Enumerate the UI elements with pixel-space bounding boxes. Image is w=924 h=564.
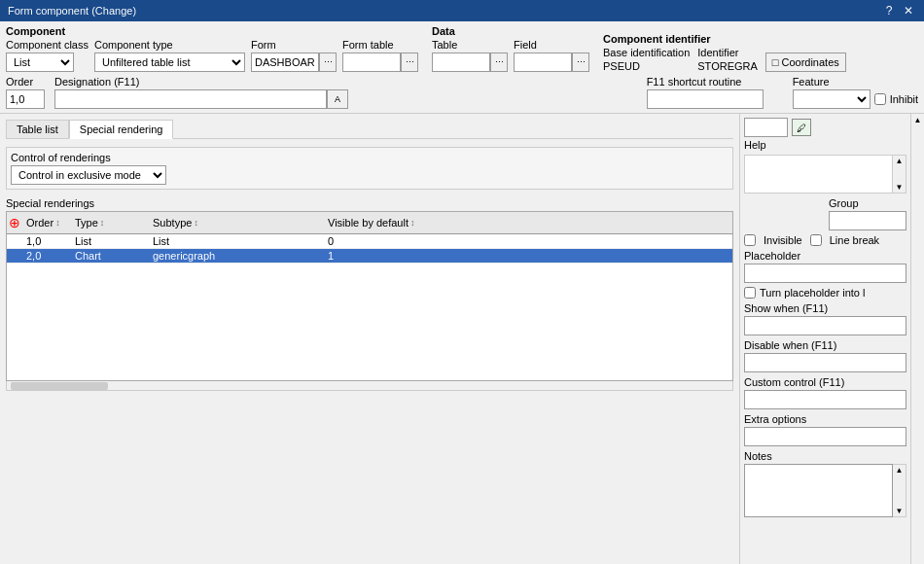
notes-label: Notes xyxy=(744,450,906,462)
extra-options-label: Extra options xyxy=(744,413,906,425)
custom-control-input[interactable] xyxy=(744,390,906,409)
table-header: ⊕ Order ↕ Type ↕ Subtype ↕ V xyxy=(7,212,732,234)
coordinates-icon: □ xyxy=(772,56,779,68)
notes-scroll-down-icon[interactable]: ▼ xyxy=(896,507,904,515)
help-green-button[interactable]: 🖊 xyxy=(792,119,811,136)
form-table-label: Form table xyxy=(342,39,418,51)
right-panel: 🖊 Help ▲ ▼ Group xyxy=(740,114,924,564)
component-identifier-section: Component identifier Base identification… xyxy=(603,33,846,72)
turn-placeholder-label: Turn placeholder into l xyxy=(760,287,865,299)
table-row[interactable]: 1,0 List List 0 xyxy=(7,234,732,249)
table-button[interactable]: ⋯ xyxy=(490,53,508,72)
feature-label: Feature xyxy=(793,76,918,88)
line-break-label: Line break xyxy=(830,234,879,246)
data-section: Data Table ⋯ Field ⋯ xyxy=(432,25,589,72)
title-bar-text: Form component (Change) xyxy=(8,5,136,17)
feature-select[interactable] xyxy=(793,89,871,109)
form-input[interactable] xyxy=(251,53,319,72)
special-renderings-label: Special renderings xyxy=(6,197,94,209)
scroll-down-icon[interactable]: ▼ xyxy=(896,183,904,192)
designation-f11-button[interactable]: A xyxy=(327,89,348,109)
form-label: Form xyxy=(251,39,337,51)
tab-table-list[interactable]: Table list xyxy=(6,120,69,138)
order-label: Order xyxy=(6,76,45,88)
f11-input[interactable] xyxy=(647,89,764,109)
inhibit-checkbox[interactable] xyxy=(874,93,886,105)
tab-bar: Table list Special rendering xyxy=(6,120,733,139)
group-input[interactable] xyxy=(829,211,906,230)
add-row-icon[interactable]: ⊕ xyxy=(9,215,20,230)
base-ident-value: PSEUD xyxy=(603,60,690,72)
control-mode-select[interactable]: Control in exclusive mode xyxy=(11,165,166,185)
right-panel-scroll-up[interactable]: ▲ xyxy=(911,114,924,126)
component-type-select[interactable]: Unfiltered table list xyxy=(94,53,245,72)
data-label: Data xyxy=(432,25,589,37)
notes-scroll-up-icon[interactable]: ▲ xyxy=(896,466,904,475)
form-button[interactable]: ⋯ xyxy=(319,53,337,72)
f11-label: F11 shortcut routine xyxy=(647,76,764,88)
field-input[interactable] xyxy=(514,53,572,72)
show-when-input[interactable] xyxy=(744,316,906,335)
help-input[interactable] xyxy=(744,118,788,137)
component-label: Component xyxy=(6,25,418,37)
col-order[interactable]: Order ↕ xyxy=(22,214,71,231)
disable-when-input[interactable] xyxy=(744,353,906,372)
field-label: Field xyxy=(514,39,589,51)
table-row[interactable]: 2,0 Chart genericgraph 1 xyxy=(7,249,732,264)
help-button[interactable]: ? xyxy=(881,3,897,18)
turn-placeholder-checkbox[interactable] xyxy=(744,287,756,299)
custom-control-label: Custom control (F11) xyxy=(744,376,906,388)
control-renderings-label: Control of renderings xyxy=(11,152,729,163)
form-table-button[interactable]: ⋯ xyxy=(401,53,418,72)
invisible-checkbox[interactable] xyxy=(744,234,756,246)
help-label: Help xyxy=(744,139,766,151)
field-button[interactable]: ⋯ xyxy=(572,53,589,72)
component-class-label: Component class xyxy=(6,39,89,51)
table-input[interactable] xyxy=(432,53,490,72)
component-type-label: Component type xyxy=(94,39,245,51)
special-renderings-section: Special renderings ⊕ Order ↕ Type ↕ xyxy=(6,197,733,391)
show-when-label: Show when (F11) xyxy=(744,302,906,314)
invisible-label: Invisible xyxy=(764,234,802,246)
notes-textarea[interactable] xyxy=(744,464,893,517)
line-break-checkbox[interactable] xyxy=(810,234,822,246)
title-bar: Form component (Change) ? ✕ xyxy=(0,0,924,21)
tab-special-rendering[interactable]: Special rendering xyxy=(69,120,174,139)
placeholder-input[interactable] xyxy=(744,264,906,283)
coordinates-button[interactable]: □ Coordinates xyxy=(765,53,846,72)
designation-input[interactable] xyxy=(54,89,327,109)
col-subtype[interactable]: Subtype ↕ xyxy=(149,214,324,231)
control-renderings-section: Control of renderings Control in exclusi… xyxy=(6,147,733,190)
identifier-value: STOREGRA xyxy=(697,60,758,72)
col-visible[interactable]: Visible by default ↕ xyxy=(324,214,421,231)
base-ident-label: Base identification xyxy=(603,47,690,58)
group-label: Group xyxy=(829,197,906,209)
component-class-select[interactable]: List xyxy=(6,53,74,72)
form-table-input[interactable] xyxy=(342,53,401,72)
component-identifier-label: Component identifier xyxy=(603,33,846,45)
title-bar-controls: ? ✕ xyxy=(881,3,916,18)
identifier-label: Identifier xyxy=(697,47,758,58)
order-input[interactable] xyxy=(6,89,45,109)
inhibit-label: Inhibit xyxy=(890,93,918,105)
extra-options-input[interactable] xyxy=(744,427,906,446)
close-button[interactable]: ✕ xyxy=(901,3,916,18)
placeholder-label: Placeholder xyxy=(744,250,906,262)
scroll-up-icon[interactable]: ▲ xyxy=(896,157,904,165)
table-label: Table xyxy=(432,39,508,51)
disable-when-label: Disable when (F11) xyxy=(744,339,906,351)
col-type[interactable]: Type ↕ xyxy=(71,214,149,231)
component-section: Component Component class List Component… xyxy=(6,25,418,72)
designation-label: Designation (F11) xyxy=(54,76,637,88)
